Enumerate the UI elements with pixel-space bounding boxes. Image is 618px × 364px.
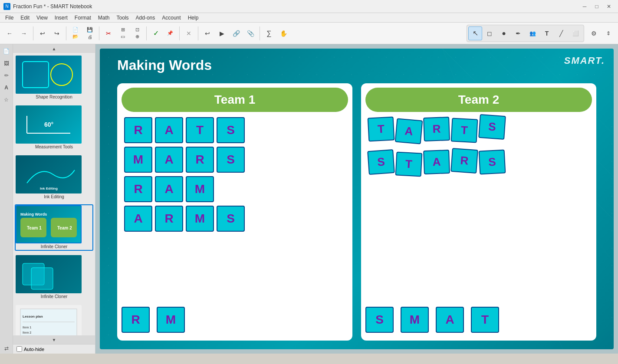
text-tool-button[interactable]: T <box>540 26 554 40</box>
new-save-group: 📄 📂 <box>69 26 82 40</box>
tile-m2[interactable]: M <box>124 147 152 173</box>
select-tool-button[interactable]: ↖ <box>468 26 482 40</box>
tile2-s1[interactable]: S <box>478 114 506 140</box>
slide-thumb-image-2: 60° <box>16 105 82 144</box>
zoom-button[interactable]: ⊕ <box>130 33 144 40</box>
sidebar-shapes[interactable]: ☆ <box>1 95 12 105</box>
menu-insert[interactable]: Insert <box>51 14 71 22</box>
sidebar-new-page[interactable]: 📄 <box>1 46 12 56</box>
settings-button[interactable]: ⚙ <box>587 26 601 40</box>
menu-account[interactable]: Account <box>158 14 184 22</box>
print-button[interactable]: 🖨 <box>83 33 97 40</box>
check-button[interactable]: ✓ <box>149 26 163 40</box>
tile-r2[interactable]: R <box>186 147 214 173</box>
tile-s2[interactable]: S <box>217 147 245 173</box>
menu-view[interactable]: View <box>33 14 51 22</box>
tile2-m-bottom[interactable]: M <box>401 307 429 333</box>
tile2-t3[interactable]: T <box>395 151 423 177</box>
toolbar: ← → ↩ ↪ 📄 📂 💾 🖨 ✂ ⊞ ▭ ⊡ ⊕ ✓ 📌 ✕ <box>0 23 618 44</box>
math-button[interactable]: ∑ <box>262 26 276 40</box>
tile-m4[interactable]: M <box>186 206 214 232</box>
tile2-t1[interactable]: T <box>368 116 395 141</box>
attach-button[interactable]: 📎 <box>243 26 257 40</box>
tile2-s2[interactable]: S <box>367 149 395 175</box>
svg-rect-0 <box>23 62 49 88</box>
new-button[interactable]: 📄 <box>69 26 82 33</box>
slide-thumb-1[interactable]: Shape Recognition <box>15 55 93 101</box>
screen-button[interactable]: ▭ <box>116 33 130 40</box>
line-tool-button[interactable]: ╱ <box>554 26 568 40</box>
tile-r3[interactable]: R <box>124 176 152 202</box>
slide-thumb-4[interactable]: Making Words Team 1 Team 2 Infinite Clon… <box>15 204 93 251</box>
minimize-button[interactable]: ─ <box>579 2 590 11</box>
slide-thumb-5[interactable]: Infinite Cloner <box>15 254 93 301</box>
nav-group: ← → <box>3 26 31 40</box>
table-button[interactable]: ⊞ <box>116 26 130 33</box>
menu-help[interactable]: Help <box>184 14 202 22</box>
forward-button[interactable]: → <box>17 26 31 40</box>
fill-tool-button[interactable]: ● <box>497 26 511 40</box>
eraser-tool-button[interactable]: ⬜ <box>569 26 582 40</box>
tile-r1[interactable]: R <box>124 117 152 143</box>
open-button[interactable]: 📂 <box>69 33 82 40</box>
page-group: ↩ ▶ 🔗 📎 <box>201 26 257 40</box>
tile-r-bottom[interactable]: R <box>122 307 150 333</box>
menu-file[interactable]: File <box>2 14 17 22</box>
tile-s4[interactable]: S <box>217 206 245 232</box>
persons-tool-button[interactable]: 👥 <box>526 26 539 40</box>
scroll-up-button[interactable]: ▲ <box>13 44 95 53</box>
pen-tool-button[interactable]: ✒ <box>511 26 525 40</box>
tile-a4[interactable]: A <box>124 206 152 232</box>
tile2-a-bottom[interactable]: A <box>436 307 464 333</box>
canvas-area[interactable]: SMART. Making Words Team 1 R A T S <box>95 44 618 354</box>
menu-tools[interactable]: Tools <box>113 14 132 22</box>
menu-math[interactable]: Math <box>95 14 113 22</box>
sidebar-pen[interactable]: ✏ <box>1 70 12 81</box>
link-button[interactable]: 🔗 <box>229 26 243 40</box>
prev-page-button[interactable]: ↩ <box>201 26 214 40</box>
save-button[interactable]: 💾 <box>83 26 97 33</box>
tile2-s-bottom[interactable]: S <box>365 307 394 333</box>
tile2-t2[interactable]: T <box>451 118 478 143</box>
slide-thumb-2[interactable]: 60° Measurement Tools <box>15 105 93 151</box>
tile-a1[interactable]: A <box>155 117 183 143</box>
close-button[interactable]: ✕ <box>603 2 615 11</box>
shapes-tool-button[interactable]: ◻ <box>483 26 496 40</box>
menu-format[interactable]: Format <box>71 14 95 22</box>
menu-edit[interactable]: Edit <box>17 14 33 22</box>
next-page-button[interactable]: ▶ <box>215 26 229 40</box>
tile2-a1[interactable]: A <box>395 118 423 144</box>
slide-thumb-3[interactable]: Ink Editing Ink Editing <box>15 154 93 201</box>
autohide-checkbox[interactable] <box>16 346 22 352</box>
tile-a3[interactable]: A <box>155 176 183 202</box>
scroll-down-button[interactable]: ▼ <box>13 335 95 344</box>
thumb-svg-3: Ink Editing <box>18 157 79 192</box>
tile-r4[interactable]: R <box>155 206 183 232</box>
tile-t1[interactable]: T <box>186 117 214 143</box>
slide-thumb-6[interactable]: Lesson plan Item 1 Item 2 May 2-1:07 PM <box>15 304 93 335</box>
tile2-t-bottom[interactable]: T <box>471 307 499 333</box>
sidebar-text[interactable]: A <box>1 82 12 93</box>
hand-button[interactable]: ✋ <box>276 26 290 40</box>
tile2-a2[interactable]: A <box>423 150 450 174</box>
tile2-r1[interactable]: R <box>423 117 450 141</box>
expand-button[interactable]: ⇕ <box>602 26 615 40</box>
cut-button[interactable]: ✂ <box>102 26 115 40</box>
tile-m-bottom[interactable]: M <box>157 307 185 333</box>
tile-m3[interactable]: M <box>186 176 214 202</box>
maximize-button[interactable]: □ <box>591 2 602 11</box>
sidebar-arrow-left[interactable]: ⇄ <box>1 343 12 354</box>
tile-a2[interactable]: A <box>155 147 183 173</box>
dismiss-button[interactable]: ✕ <box>182 26 196 40</box>
toolbar-sep-3 <box>99 26 99 40</box>
redo-button[interactable]: ↪ <box>50 26 64 40</box>
sidebar-gallery[interactable]: 🖼 <box>1 58 12 69</box>
tile-s1[interactable]: S <box>217 117 245 143</box>
back-button[interactable]: ← <box>3 26 16 40</box>
tile2-s3[interactable]: S <box>479 149 506 174</box>
record-button[interactable]: ⊡ <box>130 26 144 33</box>
pin-button[interactable]: 📌 <box>163 26 177 40</box>
undo-button[interactable]: ↩ <box>36 26 49 40</box>
tile2-r2[interactable]: R <box>450 148 478 174</box>
menu-addons[interactable]: Add-ons <box>132 14 159 22</box>
